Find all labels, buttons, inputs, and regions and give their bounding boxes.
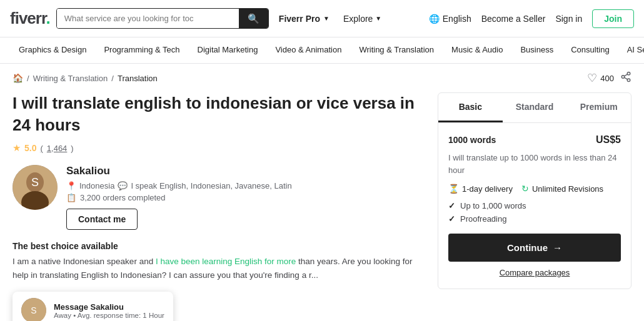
fiverr-pro-btn[interactable]: Fiverr Pro ▼: [275, 14, 333, 24]
bubble-avatar: S: [21, 298, 46, 321]
svg-line-4: [624, 74, 627, 76]
header-right: 🌐 English Become a Seller Sign in Join: [429, 9, 634, 28]
seller-location: 📍 Indonesia 💬 I speak English, Indonesia…: [66, 181, 292, 190]
svg-text:S: S: [31, 176, 39, 189]
bubble-status: Away • Avg. response time: 1 Hour: [54, 312, 164, 319]
desc-highlight[interactable]: I have been learning English for more: [156, 257, 296, 266]
message-bubble[interactable]: S Message Sakaliou Away • Avg. response …: [13, 292, 173, 321]
bubble-content: Message Sakaliou Away • Avg. response ti…: [54, 302, 164, 319]
nav-item-music[interactable]: Music & Audio: [443, 37, 511, 63]
nav-item-business[interactable]: Business: [511, 37, 562, 63]
price-row: 1000 words US$5: [448, 134, 621, 146]
become-seller-link[interactable]: Become a Seller: [481, 14, 546, 24]
search-bar: 🔍: [56, 8, 269, 29]
chevron-down-icon: ▼: [375, 15, 381, 22]
header: fiverr. 🔍 Fiverr Pro ▼ Explore ▼ 🌐 Engli…: [0, 0, 644, 37]
svg-text:S: S: [31, 305, 36, 315]
reviews-link[interactable]: (: [40, 144, 43, 153]
avatar: S: [13, 165, 58, 210]
nav-item-marketing[interactable]: Digital Marketing: [189, 37, 267, 63]
heart-icon: ♡: [587, 71, 597, 85]
clock-icon: ⏳: [448, 184, 459, 194]
nav-item-graphics[interactable]: Graphics & Design: [10, 37, 95, 63]
bubble-name: Message Sakaliou: [54, 302, 164, 312]
main-content: I will translate english to indonesian o…: [0, 92, 644, 321]
breadcrumb-writing-link[interactable]: Writing & Translation: [33, 74, 108, 83]
delivery-revisions: ↻ Unlimited Revisions: [521, 184, 603, 194]
arrow-right-icon: →: [553, 242, 562, 253]
description-label: The best choice available: [13, 241, 423, 251]
share-icon: [620, 71, 631, 82]
feature-list: ✓ Up to 1,000 words ✓ Proofreading: [448, 201, 621, 224]
language-btn[interactable]: 🌐 English: [429, 14, 471, 24]
compare-packages-link[interactable]: Compare packages: [448, 268, 621, 277]
home-icon[interactable]: 🏠: [13, 73, 23, 83]
feature-item-1: ✓ Up to 1,000 words: [448, 201, 621, 210]
tab-standard[interactable]: Standard: [503, 93, 567, 122]
reviews-close: ): [71, 144, 73, 153]
delivery-row: ⏳ 1-day delivery ↻ Unlimited Revisions: [448, 184, 621, 194]
globe-icon: 🌐: [429, 14, 440, 24]
star-icon: ★: [13, 142, 21, 154]
orders-icon: 📋: [66, 193, 76, 202]
description-text: I am a native Indonesian speaker and I h…: [13, 255, 423, 282]
breadcrumb: 🏠 / Writing & Translation / Translation: [13, 73, 158, 83]
chevron-down-icon: ▼: [323, 15, 330, 22]
tab-basic[interactable]: Basic: [438, 93, 503, 122]
left-panel: I will translate english to indonesian o…: [13, 92, 423, 321]
orders-completed: 📋 3,200 orders completed: [66, 193, 292, 202]
contact-me-button[interactable]: Contact me: [66, 209, 138, 230]
svg-line-3: [624, 77, 627, 79]
description-section: The best choice available I am a native …: [13, 241, 423, 282]
location-icon: 📍: [66, 181, 76, 190]
pricing-card: Basic Standard Premium 1000 words US$5 I…: [438, 92, 631, 289]
seller-info: Sakaliou 📍 Indonesia 💬 I speak English, …: [66, 165, 292, 230]
logo-text: fiverr: [10, 9, 46, 27]
nav-item-programming[interactable]: Programming & Tech: [95, 37, 188, 63]
search-input[interactable]: [57, 9, 239, 28]
breadcrumb-row: 🏠 / Writing & Translation / Translation …: [0, 64, 644, 92]
breadcrumb-translation: Translation: [118, 74, 158, 83]
tab-premium[interactable]: Premium: [566, 93, 631, 122]
breadcrumb-actions: ♡ 400: [587, 71, 631, 85]
sign-in-link[interactable]: Sign in: [555, 14, 582, 24]
like-button[interactable]: ♡ 400: [587, 71, 614, 85]
reviews-count[interactable]: 1,464: [47, 144, 68, 153]
search-button[interactable]: 🔍: [239, 9, 268, 28]
rating-number: 5.0: [24, 143, 36, 153]
seller-card: S Sakaliou 📍 Indonesia 💬 I speak English…: [13, 165, 423, 230]
breadcrumb-sep-2: /: [111, 74, 114, 83]
desc-part1: I am a native Indonesian speaker and: [13, 257, 156, 266]
plan-price: US$5: [596, 134, 621, 146]
delivery-days: ⏳ 1-day delivery: [448, 184, 513, 194]
continue-button[interactable]: Continue →: [448, 234, 621, 262]
check-icon-2: ✓: [448, 214, 455, 224]
plan-description: I will translate up to 1000 words in les…: [448, 152, 621, 176]
check-icon-1: ✓: [448, 201, 455, 210]
avatar-image: S: [13, 165, 58, 210]
feature-item-2: ✓ Proofreading: [448, 214, 621, 224]
refresh-icon: ↻: [521, 184, 529, 194]
pricing-tabs: Basic Standard Premium: [438, 93, 631, 123]
pricing-body: 1000 words US$5 I will translate up to 1…: [438, 123, 631, 289]
plan-name: 1000 words: [448, 135, 496, 145]
speech-icon: 💬: [118, 181, 128, 190]
nav: Graphics & Design Programming & Tech Dig…: [0, 37, 644, 64]
nav-item-writing[interactable]: Writing & Translation: [350, 37, 443, 63]
like-count: 400: [600, 74, 614, 83]
nav-item-consulting[interactable]: Consulting: [562, 37, 618, 63]
desc-part2: than: [296, 257, 314, 266]
rating-row: ★ 5.0 ( 1,464 ): [13, 142, 423, 154]
gig-title: I will translate english to indonesian o…: [13, 92, 423, 136]
join-button[interactable]: Join: [592, 9, 634, 28]
seller-name[interactable]: Sakaliou: [66, 165, 292, 177]
nav-item-ai[interactable]: AI Se: [618, 37, 644, 63]
share-button[interactable]: [620, 71, 631, 85]
breadcrumb-sep-1: /: [27, 74, 29, 83]
logo[interactable]: fiverr.: [10, 9, 50, 28]
explore-btn[interactable]: Explore ▼: [340, 14, 385, 24]
nav-item-video[interactable]: Video & Animation: [266, 37, 350, 63]
